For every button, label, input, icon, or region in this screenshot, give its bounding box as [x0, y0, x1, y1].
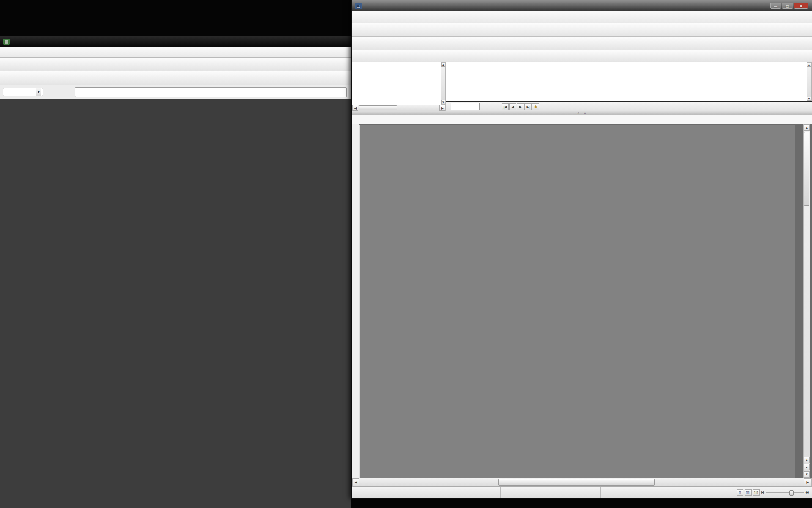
tree-scrollbar-vertical[interactable]: ▲ ▼ — [441, 62, 446, 105]
view-single-page-icon[interactable]: ▯ — [737, 489, 743, 496]
new-record-icon[interactable]: ✱ — [532, 103, 539, 110]
writer-titlebar[interactable]: ▤ — ▢ ✕ — [352, 0, 812, 11]
data-source-table-grid[interactable] — [446, 62, 807, 101]
calc-window: ▤ ▼ — [0, 36, 351, 508]
data-source-explorer: ▲ ▼ ◀ ▶ ▲ ▼ |◀ ◀ ▶ — [352, 62, 812, 112]
calc-spreadsheet-grid[interactable] — [0, 99, 351, 508]
document-page[interactable] — [359, 125, 795, 478]
writer-app-icon: ▤ — [355, 3, 362, 9]
last-record-icon[interactable]: ▶| — [524, 103, 532, 110]
data-source-tree[interactable] — [352, 62, 441, 105]
status-selection-mode[interactable] — [609, 487, 618, 498]
calc-menubar — [0, 47, 351, 58]
status-page-style[interactable] — [422, 487, 501, 498]
function-wizard-icon[interactable] — [45, 88, 53, 96]
navigation-button[interactable]: ● — [804, 464, 810, 470]
sum-icon[interactable] — [54, 88, 63, 96]
next-record-icon[interactable]: ▶ — [517, 103, 524, 110]
writer-window: ▤ — ▢ ✕ ▲ ▼ ◀ ▶ ▲ — [351, 0, 812, 499]
maximize-button[interactable]: ▢ — [782, 3, 793, 9]
tree-scrollbar-horizontal[interactable]: ◀ ▶ — [352, 105, 446, 111]
calc-titlebar[interactable]: ▤ — [0, 36, 351, 47]
formula-icon[interactable] — [63, 88, 72, 96]
table-data-toolbar — [352, 50, 812, 62]
name-box-dropdown-icon[interactable]: ▼ — [36, 88, 41, 96]
calc-name-box[interactable]: ▼ — [3, 88, 43, 96]
writer-statusbar: ▯ ▯▯ ▯|▯ ⊖ ⊕ — [352, 486, 812, 498]
zoom-slider[interactable] — [766, 492, 804, 493]
vertical-ruler[interactable] — [352, 124, 359, 478]
beamer-scrollbar-vertical[interactable]: ▲ ▼ — [807, 62, 812, 101]
view-multi-page-icon[interactable]: ▯▯ — [745, 489, 752, 496]
record-number-input[interactable] — [451, 103, 480, 110]
calc-formatting-toolbar — [0, 71, 351, 85]
zoom-in-icon[interactable]: ⊕ — [805, 490, 809, 495]
writer-standard-toolbar — [352, 23, 812, 37]
calc-app-icon: ▤ — [3, 39, 10, 45]
calc-input-line[interactable] — [75, 87, 347, 97]
document-workspace: ▲ ▲ ● ▼ — [352, 124, 812, 478]
desktop: ▤ ▼ ▤ — ▢ ✕ — [0, 0, 812, 508]
document-scrollbar-vertical[interactable]: ▲ ▲ ● ▼ — [803, 124, 810, 478]
previous-record-icon[interactable]: ◀ — [509, 103, 516, 110]
status-page[interactable] — [352, 487, 422, 498]
record-navigation-bar: |◀ ◀ ▶ ▶| ✱ — [446, 101, 812, 111]
status-language[interactable] — [501, 487, 601, 498]
calc-standard-toolbar — [0, 58, 351, 71]
status-insert-mode[interactable] — [601, 487, 609, 498]
view-book-icon[interactable]: ▯|▯ — [753, 489, 760, 496]
writer-formatting-toolbar — [352, 37, 812, 50]
status-modified-flag[interactable] — [618, 487, 627, 498]
document-scrollbar-horizontal[interactable]: ◀ ▶ — [352, 478, 812, 486]
horizontal-ruler[interactable] — [352, 115, 812, 124]
calc-formula-bar: ▼ — [0, 85, 351, 99]
minimize-button[interactable]: — — [770, 3, 781, 9]
writer-menubar — [352, 11, 812, 23]
close-button[interactable]: ✕ — [794, 3, 808, 9]
first-record-icon[interactable]: |◀ — [502, 103, 509, 110]
zoom-out-icon[interactable]: ⊖ — [761, 490, 765, 495]
